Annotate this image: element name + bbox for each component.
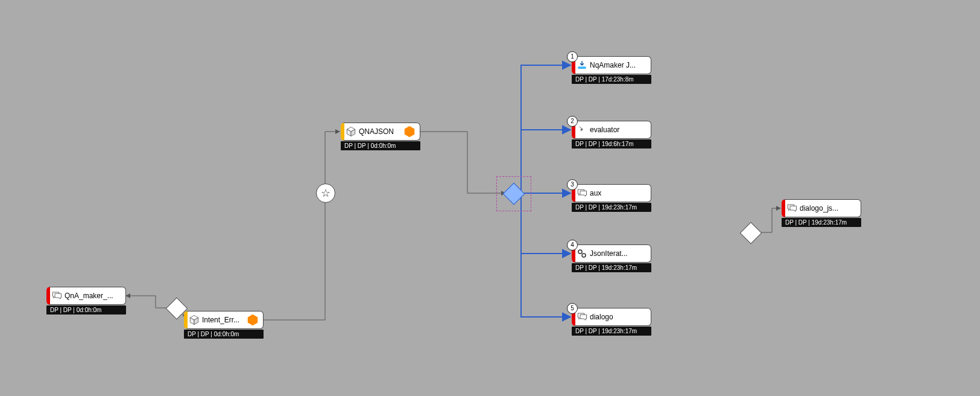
star-hub[interactable]: ☆ <box>316 184 335 203</box>
node-nqamaker[interactable]: 1 NqAmaker J... DP | DP | 17d:23h:8m <box>572 56 651 84</box>
order-badge: 2 <box>567 116 578 127</box>
hexagon-icon <box>246 313 259 327</box>
node-qna-maker[interactable]: QnA_maker_... DP | DP | 0d:0h:0m <box>46 287 126 315</box>
node-status: DP | DP | 19d:23h:17m <box>572 263 651 272</box>
node-label: JsonIterat... <box>590 249 647 258</box>
node-qnajson[interactable]: QNAJSON DP | DP | 0d:0h:0m <box>341 123 420 150</box>
download-icon <box>577 60 587 71</box>
decision-diamond-3[interactable] <box>740 222 762 244</box>
svg-point-3 <box>578 250 582 254</box>
node-status: DP | DP | 0d:0h:0m <box>184 330 264 339</box>
node-label: aux <box>590 189 647 197</box>
order-badge: 5 <box>567 303 578 314</box>
decision-diamond-2[interactable] <box>503 183 525 205</box>
crash-icon <box>577 124 587 135</box>
node-jsoniterat[interactable]: 4 JsonIterat... DP | DP | 19d:23h:17m <box>572 244 651 272</box>
node-label: Intent_Err... <box>202 316 244 324</box>
chat-icon <box>577 311 587 322</box>
cube-icon <box>346 126 356 137</box>
chat-icon <box>786 203 797 214</box>
node-label: evaluator <box>590 126 647 134</box>
svg-point-4 <box>582 254 586 257</box>
node-label: QNAJSON <box>359 127 400 136</box>
node-label: NqAmaker J... <box>590 61 647 69</box>
svg-marker-1 <box>248 315 258 325</box>
node-status: DP | DP | 19d:23h:17m <box>782 218 861 227</box>
node-status: DP | DP | 19d:6h:17m <box>572 139 651 148</box>
chat-icon <box>577 188 587 199</box>
order-badge: 4 <box>567 240 578 251</box>
order-badge: 3 <box>567 179 578 190</box>
svg-rect-2 <box>578 66 586 69</box>
node-intent-err[interactable]: Intent_Err... DP | DP | 0d:0h:0m <box>184 311 264 339</box>
node-label: dialogo_js... <box>800 204 857 212</box>
node-label: dialogo <box>590 313 647 321</box>
node-status: DP | DP | 0d:0h:0m <box>341 141 420 150</box>
node-aux[interactable]: 3 aux DP | DP | 19d:23h:17m <box>572 184 651 212</box>
node-label: QnA_maker_... <box>65 292 122 300</box>
node-status: DP | DP | 19d:23h:17m <box>572 327 651 336</box>
node-status: DP | DP | 19d:23h:17m <box>572 203 651 212</box>
svg-marker-0 <box>405 126 415 137</box>
node-status: DP | DP | 17d:23h:8m <box>572 75 651 84</box>
order-badge: 1 <box>567 51 578 62</box>
flow-canvas[interactable]: { "nodes": { "qnajson": {"label":"QNAJSO… <box>0 0 980 396</box>
node-status: DP | DP | 0d:0h:0m <box>46 305 126 315</box>
connections-layer <box>0 0 980 396</box>
node-evaluator[interactable]: 2 evaluator DP | DP | 19d:6h:17m <box>572 121 651 148</box>
node-dialogo[interactable]: 5 dialogo DP | DP | 19d:23h:17m <box>572 308 651 336</box>
hexagon-icon <box>403 125 416 138</box>
chat-icon <box>51 290 62 301</box>
node-dialogo-js[interactable]: dialogo_js... DP | DP | 19d:23h:17m <box>782 199 861 227</box>
gears-icon <box>577 248 587 259</box>
cube-icon <box>189 315 200 325</box>
